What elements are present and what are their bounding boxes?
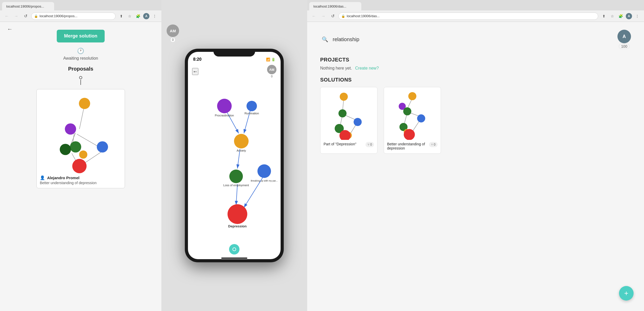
solutions-title: SOLUTIONS <box>320 77 631 83</box>
forward-button[interactable]: → <box>12 13 20 20</box>
url-text: localhost:19006/propos... <box>40 14 77 18</box>
svg-point-25 <box>229 170 243 183</box>
right-forward-button[interactable]: → <box>320 13 327 20</box>
create-new-link[interactable]: Create new? <box>355 66 379 70</box>
phone-avatar: AM <box>267 65 276 74</box>
sol-card-footer-1: Part of "Depression" ⑂ 0 <box>324 142 374 147</box>
phone-avatar-count: 0 <box>271 75 273 78</box>
svg-text:Rumination: Rumination <box>244 112 259 115</box>
right-menu-button[interactable]: ⋮ <box>634 13 641 20</box>
address-bar[interactable]: 🔒 localhost:19006/propos... <box>31 13 116 20</box>
right-browser-tab[interactable]: localhost:19006/das... <box>309 2 361 10</box>
sol-card-title-1: Part of "Depression" <box>324 142 365 146</box>
svg-point-6 <box>79 98 90 109</box>
svg-text:Depression: Depression <box>228 224 247 228</box>
svg-point-9 <box>70 141 81 152</box>
wifi-icon: 📶 <box>266 58 270 61</box>
solution-graph <box>40 92 122 173</box>
search-query[interactable]: relationship <box>333 36 437 42</box>
commit-node <box>79 76 82 85</box>
projects-title: PROJECTS <box>320 57 631 63</box>
fab-button[interactable]: + <box>619 286 634 301</box>
phone-back-button[interactable]: ← <box>192 68 198 75</box>
fork-icon-2: ⑂ <box>431 143 433 146</box>
right-back-icon: ← <box>312 14 316 18</box>
back-icon: ← <box>5 14 9 18</box>
phone-notch <box>213 49 255 57</box>
left-avatar-indicator: AM 0 <box>167 24 179 42</box>
back-button[interactable]: ← <box>3 13 10 20</box>
awaiting-section: 🕐 Awaiting resolution <box>63 48 98 61</box>
svg-text:Anxiety: Anxiety <box>237 149 246 152</box>
profile-button[interactable]: A <box>143 13 150 20</box>
svg-point-47 <box>408 92 416 100</box>
svg-line-17 <box>236 184 237 205</box>
svg-point-53 <box>404 129 415 140</box>
solution-card-1[interactable]: Part of "Depression" ⑂ 0 <box>320 87 377 154</box>
left-avatar: AM <box>167 24 179 37</box>
fab-icon: + <box>624 289 628 297</box>
reload-icon: ↺ <box>24 14 27 18</box>
right-bookmark-button[interactable]: ☆ <box>609 13 616 20</box>
phone-screen: 8:20 📶 🔋 ← AM 0 <box>188 52 281 259</box>
phone-home-button[interactable] <box>229 244 239 254</box>
phone-bottom-bar <box>188 244 281 259</box>
fork-badge-2: ⑂ 0 <box>429 142 438 147</box>
person-icon: 👤 <box>40 175 45 180</box>
phone-nav-bar: ← AM 0 <box>188 65 281 78</box>
right-forward-icon: → <box>321 14 325 18</box>
clock-icon: 🕐 <box>77 48 84 54</box>
right-back-button[interactable]: ← <box>310 13 318 20</box>
fork-icon-1: ⑂ <box>368 143 369 146</box>
svg-point-8 <box>97 141 108 152</box>
right-profile-button[interactable]: A <box>625 13 633 20</box>
svg-point-11 <box>60 144 71 155</box>
svg-line-35 <box>350 124 356 134</box>
solution-card-2[interactable]: Better understanding of depression ⑂ 0 <box>384 87 441 154</box>
svg-point-12 <box>72 159 87 173</box>
svg-point-50 <box>417 114 425 122</box>
svg-point-10 <box>79 151 87 159</box>
svg-point-19 <box>217 99 232 113</box>
page-back-icon: ← <box>7 26 13 33</box>
forward-icon: → <box>14 14 18 18</box>
phone-time: 8:20 <box>193 57 201 62</box>
reload-button[interactable]: ↺ <box>22 13 29 20</box>
bookmark-button[interactable]: ☆ <box>126 13 133 20</box>
sol-card-graph-1 <box>324 90 374 140</box>
svg-point-49 <box>403 107 411 115</box>
right-tab-label: localhost:19006/das... <box>313 4 346 8</box>
middle-panel: AM 0 8:20 📶 🔋 ← AM 0 <box>161 0 307 311</box>
phone-status-icons: 📶 🔋 <box>266 58 275 61</box>
menu-button[interactable]: ⋮ <box>151 13 158 20</box>
right-share-button[interactable]: ⬆ <box>600 13 608 20</box>
right-search-icon: 🔍 <box>320 35 330 44</box>
phone-graph-area: Procrastination Rumination Anxiety Loss … <box>188 78 281 244</box>
sol-card-footer-2: Better understanding of depression ⑂ 0 <box>387 142 438 150</box>
extensions-button[interactable]: 🧩 <box>134 13 142 20</box>
merge-solution-button[interactable]: Merge solution <box>57 30 105 42</box>
right-extensions-button[interactable]: 🧩 <box>617 13 624 20</box>
sol-card-graph-2 <box>387 90 438 140</box>
right-reload-button[interactable]: ↺ <box>329 13 336 20</box>
right-address-bar[interactable]: 🔒 localhost:19006/das... <box>338 13 598 20</box>
solution-card[interactable]: 👤 Alejandro Promel Better understanding … <box>36 89 125 188</box>
solution-author: 👤 Alejandro Promel <box>40 175 122 180</box>
left-avatar-count: 0 <box>171 38 175 42</box>
left-browser-tab[interactable]: localhost:19006/propos... <box>2 2 54 10</box>
battery-icon: 🔋 <box>271 58 275 61</box>
tab-label: localhost:19006/propos... <box>6 4 44 8</box>
svg-point-21 <box>247 101 257 111</box>
svg-point-7 <box>65 123 76 135</box>
sol-card-title-2: Better understanding of depression <box>387 142 429 150</box>
phone-home-indicator <box>221 258 247 259</box>
svg-point-23 <box>234 134 249 148</box>
svg-point-38 <box>353 118 362 126</box>
page-back-button[interactable]: ← <box>5 24 15 34</box>
share-button[interactable]: ⬆ <box>118 13 125 20</box>
fork-badge-1: ⑂ 0 <box>365 142 374 147</box>
svg-text:Breaking up with my par...: Breaking up with my par... <box>251 179 278 182</box>
nothing-text: Nothing here yet. <box>320 66 352 70</box>
right-user-avatar: A <box>617 30 631 43</box>
right-url-text: localhost:19006/das... <box>347 14 380 18</box>
